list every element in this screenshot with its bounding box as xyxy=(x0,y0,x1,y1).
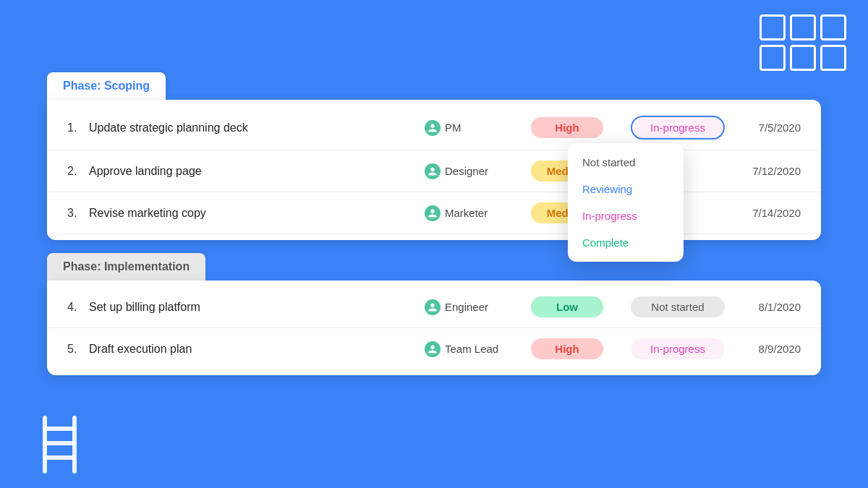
person-icon xyxy=(425,163,441,179)
status-inprogress[interactable]: In-progress xyxy=(631,338,725,359)
grid-cell xyxy=(760,14,786,40)
dropdown-item-inprogress[interactable]: In-progress xyxy=(568,202,684,229)
table-row: 3. Revise marketing copy Marketer Medium… xyxy=(47,192,821,234)
person-icon xyxy=(425,205,441,221)
priority-badge: Low xyxy=(531,296,610,317)
person-icon xyxy=(425,120,441,136)
status-dropdown[interactable]: Not started Reviewing In-progress Comple… xyxy=(568,143,684,262)
table-row: 2. Approve landing page Designer Medium … xyxy=(47,150,821,192)
grid-icon xyxy=(760,14,846,71)
priority-badge: High xyxy=(531,117,610,138)
dropdown-item-notstarted[interactable]: Not started xyxy=(568,149,684,176)
row-assignee: Marketer xyxy=(425,205,522,221)
dropdown-item-reviewing[interactable]: Reviewing xyxy=(568,176,684,202)
row-task: Update strategic planning deck xyxy=(89,121,425,134)
row-date: 7/12/2020 xyxy=(736,165,801,177)
row-date: 8/1/2020 xyxy=(736,301,801,313)
ladder-icon xyxy=(40,416,80,474)
table-row: 4. Set up billing platform Engineer Low … xyxy=(47,286,821,328)
assignee-label: Designer xyxy=(445,165,488,177)
phase-implementation-section: Phase: Implementation 4. Set up billing … xyxy=(47,253,821,375)
implementation-table-card: 4. Set up billing platform Engineer Low … xyxy=(47,281,821,375)
scoping-table-card: 1. Update strategic planning deck PM Hig… xyxy=(47,100,821,240)
dropdown-item-complete[interactable]: Complete xyxy=(568,229,684,256)
table-row: 1. Update strategic planning deck PM Hig… xyxy=(47,106,821,150)
row-number: 2. xyxy=(67,165,89,178)
phase-scoping-section: Phase: Scoping 1. Update strategic plann… xyxy=(47,72,821,240)
priority-high: High xyxy=(531,338,603,359)
assignee-label: PM xyxy=(445,121,461,134)
row-number: 4. xyxy=(67,301,89,314)
row-task: Approve landing page xyxy=(89,165,425,178)
status-badge-container: In-progress xyxy=(619,116,724,140)
row-task: Draft execution plan xyxy=(89,343,425,356)
status-badge-container: Not started xyxy=(619,296,724,317)
phase-implementation-label: Phase: Implementation xyxy=(63,260,190,273)
assignee-label: Team Lead xyxy=(445,343,498,355)
row-task: Set up billing platform xyxy=(89,301,425,314)
row-assignee: Team Lead xyxy=(425,341,522,357)
person-icon xyxy=(425,299,441,315)
grid-cell xyxy=(820,14,846,40)
grid-cell xyxy=(790,45,816,71)
svg-rect-3 xyxy=(43,441,77,445)
grid-cell xyxy=(820,45,846,71)
row-task: Revise marketing copy xyxy=(89,207,425,220)
row-date: 7/14/2020 xyxy=(736,207,801,219)
svg-rect-2 xyxy=(43,427,77,431)
table-row: 5. Draft execution plan Team Lead High I… xyxy=(47,328,821,369)
main-container: Phase: Scoping 1. Update strategic plann… xyxy=(47,72,821,375)
row-assignee: Engineer xyxy=(425,299,522,315)
priority-low: Low xyxy=(531,296,603,317)
row-date: 8/9/2020 xyxy=(736,343,801,355)
assignee-label: Marketer xyxy=(445,207,488,219)
priority-badge: High xyxy=(531,338,610,359)
row-assignee: PM xyxy=(425,120,522,136)
assignee-label: Engineer xyxy=(445,301,488,313)
status-badge-container: In-progress xyxy=(619,338,724,359)
row-number: 1. xyxy=(67,121,89,134)
row-number: 3. xyxy=(67,207,89,220)
row-assignee: Designer xyxy=(425,163,522,179)
row-date: 7/5/2020 xyxy=(736,121,801,134)
status-inprogress[interactable]: In-progress xyxy=(631,116,725,140)
phase-scoping-label: Phase: Scoping xyxy=(63,80,150,92)
phase-implementation-tab[interactable]: Phase: Implementation xyxy=(47,253,205,281)
status-notstarted[interactable]: Not started xyxy=(631,296,725,317)
row-number: 5. xyxy=(67,343,89,356)
phase-scoping-tab[interactable]: Phase: Scoping xyxy=(47,72,166,100)
person-icon xyxy=(425,341,441,357)
grid-cell xyxy=(760,45,786,71)
svg-rect-4 xyxy=(43,455,77,460)
priority-high: High xyxy=(531,117,603,138)
grid-cell xyxy=(790,14,816,40)
